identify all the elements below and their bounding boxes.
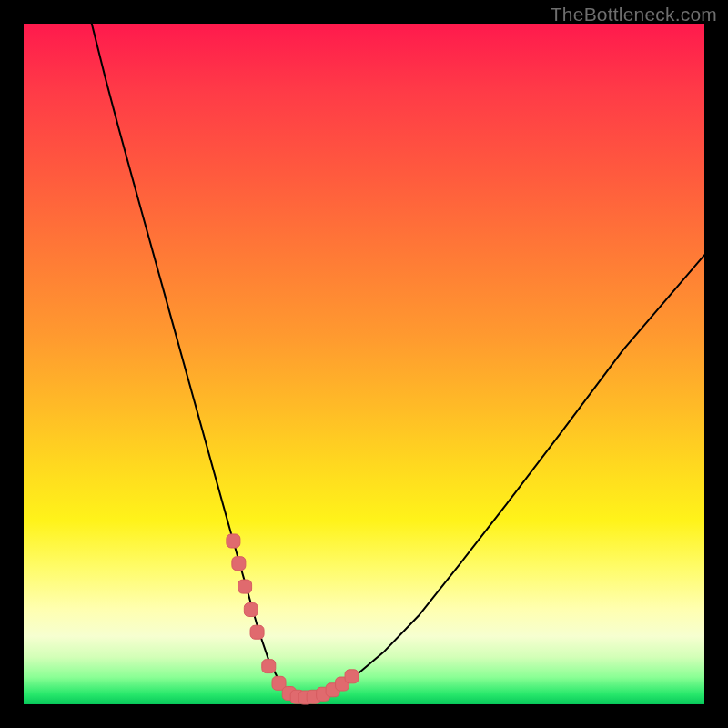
marker-point bbox=[345, 670, 359, 683]
bottleneck-curve bbox=[92, 24, 704, 698]
watermark-text: TheBottleneck.com bbox=[551, 4, 717, 25]
marker-point bbox=[238, 580, 252, 593]
plot-area bbox=[24, 24, 704, 704]
highlight-markers bbox=[227, 534, 359, 704]
marker-point bbox=[227, 534, 240, 548]
marker-point bbox=[262, 660, 276, 673]
marker-point bbox=[232, 557, 246, 571]
marker-point bbox=[244, 603, 258, 617]
marker-point bbox=[250, 625, 264, 639]
curve-svg bbox=[24, 24, 704, 704]
chart-stage: TheBottleneck.com bbox=[0, 0, 728, 728]
